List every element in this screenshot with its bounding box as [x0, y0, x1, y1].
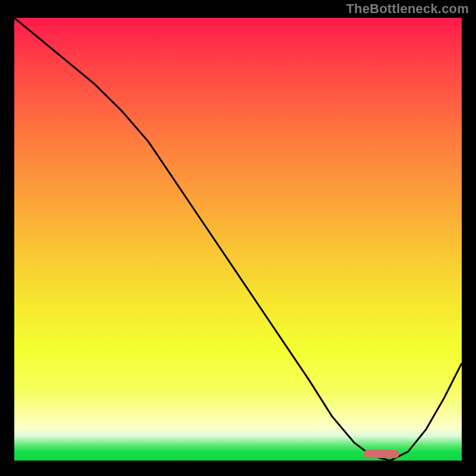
bottleneck-curve: [14, 18, 462, 461]
optimal-range-marker: [364, 450, 399, 458]
chart-container: TheBottleneck.com: [0, 0, 476, 476]
plot-area: [14, 18, 462, 461]
curve-path: [14, 18, 462, 461]
watermark-text: TheBottleneck.com: [346, 1, 469, 17]
